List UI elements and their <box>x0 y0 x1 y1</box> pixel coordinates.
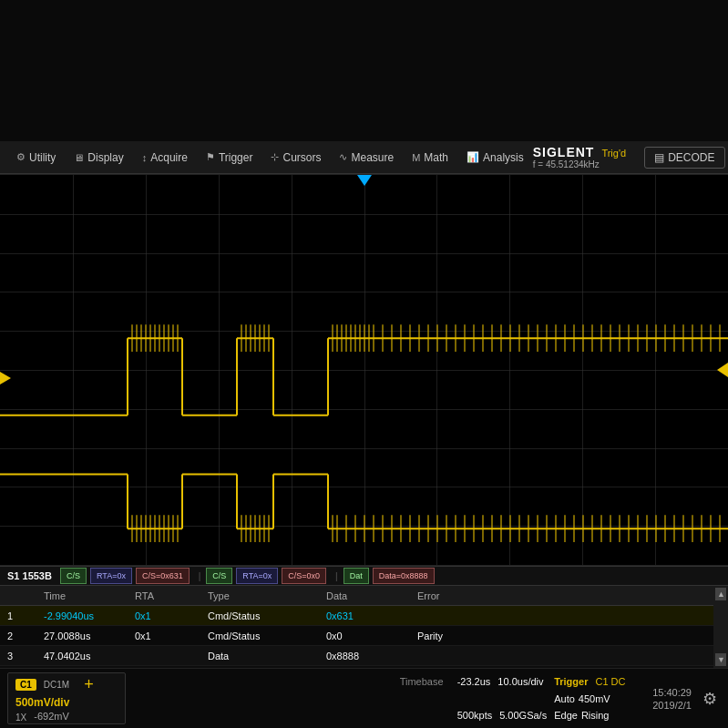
sample-rate: 5.00GSa/s <box>499 710 547 721</box>
acquire-menu[interactable]: ↕ Acquire <box>133 148 197 168</box>
decode-segment-data3[interactable]: Data=0x8888 <box>373 568 435 584</box>
trigger-label: Trigger <box>554 676 588 687</box>
freq-display: f = 45.51234kHz <box>533 159 600 169</box>
settings-icon[interactable]: ⚙ <box>702 689 717 709</box>
utility-menu[interactable]: ⚙ Utility <box>7 148 65 168</box>
col-rta: RTA <box>135 590 208 601</box>
cursors-menu[interactable]: ⊹ Cursors <box>261 148 330 168</box>
row2-data: 0x0 <box>326 631 417 641</box>
row1-data: 0x631 <box>326 610 417 621</box>
datetime-info: 15:40:29 2019/2/1 <box>652 672 692 724</box>
scroll-down-button[interactable]: ▼ <box>715 653 726 666</box>
menu-bar: ⚙ Utility 🖥 Display ↕ Acquire ⚑ Trigger … <box>0 141 728 174</box>
settings-area: ⚙ <box>699 672 721 724</box>
row3-index: 3 <box>7 651 44 661</box>
trigger-arrow-right <box>717 363 728 377</box>
trigger-ch: C1 DC <box>595 676 625 687</box>
table-header: Time RTA Type Data Error <box>0 586 728 606</box>
trigger-arrow-top <box>357 175 372 186</box>
trigger-slope: Rising <box>581 710 610 721</box>
table-scrollbar: ▲ ▼ <box>713 586 728 668</box>
col-time: Time <box>44 590 135 601</box>
scroll-up-button[interactable]: ▲ <box>715 588 726 600</box>
decode-segment-cs2[interactable]: C/S <box>206 568 232 584</box>
row2-time: 27.0088us <box>44 631 135 641</box>
trigger-type: Edge <box>554 710 578 721</box>
table-row[interactable]: 1 -2.99040us 0x1 Cmd/Status 0x631 <box>0 606 728 626</box>
trigger-icon: ⚑ <box>206 151 215 163</box>
analysis-icon: 📊 <box>467 151 479 163</box>
ch1-volt-div: 500mV/div <box>15 696 118 709</box>
utility-icon: ⚙ <box>16 151 26 163</box>
analysis-menu[interactable]: 📊 Analysis <box>457 148 533 168</box>
timebase-label: Timebase <box>400 676 450 687</box>
col-error: Error <box>417 590 721 601</box>
row2-type: Cmd/Status <box>208 631 326 641</box>
row2-rta: 0x1 <box>135 631 208 641</box>
math-icon: M <box>412 152 420 163</box>
ch1-badge: C1 <box>15 679 36 691</box>
col-type: Type <box>208 590 326 601</box>
channel1-info: C1 DC1M + 500mV/div 1X -692mV <box>7 672 126 724</box>
row2-index: 2 <box>7 631 44 641</box>
table-row[interactable]: 3 47.0402us Data 0x8888 <box>0 646 728 666</box>
tb-label-spacer <box>400 710 450 721</box>
data-table-wrapper: Time RTA Type Data Error 1 -2.99040us 0x… <box>0 586 728 668</box>
bottom-bar: C1 DC1M + 500mV/div 1X -692mV Timebase -… <box>0 668 728 728</box>
data-table: Time RTA Type Data Error 1 -2.99040us 0x… <box>0 586 728 668</box>
timebase-info: Timebase -23.2us 10.0us/div 500kpts 5.00… <box>400 672 548 724</box>
table-row[interactable]: 2 27.0088us 0x1 Cmd/Status 0x0 Parity <box>0 626 728 646</box>
decode-protocol-label: S1 1553B <box>7 570 53 581</box>
brand-name: SIGLENT <box>533 145 595 159</box>
decode-segment-data1[interactable]: C/S=0x631 <box>136 568 190 584</box>
decode-segment-dat[interactable]: Dat <box>343 568 369 584</box>
decode-icon: ▤ <box>654 151 664 164</box>
trigger-info: Trigger C1 DC Auto 450mV Edge Rising <box>554 672 645 724</box>
decode-button[interactable]: ▤ DECODE <box>644 147 724 169</box>
trig-status: Trig'd <box>601 148 626 159</box>
row1-index: 1 <box>7 610 44 621</box>
brand-info: SIGLENT Trig'd f = 45.51234kHz <box>533 145 626 169</box>
measure-menu[interactable]: ∿ Measure <box>330 148 403 168</box>
crosshair-icon: + <box>84 675 94 694</box>
scope-display <box>0 174 728 566</box>
row1-rta: 0x1 <box>135 610 208 621</box>
time-display: 15:40:29 <box>652 687 692 698</box>
ch1-coupling: DC1M <box>44 680 69 690</box>
timebase-position: -23.2us <box>457 676 491 687</box>
date-display: 2019/2/1 <box>652 700 692 711</box>
decode-segment-rta1[interactable]: RTA=0x <box>90 568 132 584</box>
ch1-offset: -692mV <box>34 711 69 722</box>
ch1-position-arrow <box>0 372 11 385</box>
trigger-level: 450mV <box>579 693 610 704</box>
ch1-multiplier: 1X <box>15 713 26 723</box>
decode-segment-cs1[interactable]: C/S <box>60 568 87 584</box>
row1-type: Cmd/Status <box>208 610 326 621</box>
cursors-icon: ⊹ <box>271 151 279 163</box>
decode-segment-data2[interactable]: C/S=0x0 <box>282 568 326 584</box>
math-menu[interactable]: M Math <box>403 148 457 168</box>
display-menu[interactable]: 🖥 Display <box>65 148 132 168</box>
row1-time: -2.99040us <box>44 610 135 621</box>
waveform <box>0 175 728 565</box>
sample-points: 500kpts <box>457 710 493 721</box>
row3-time: 47.0402us <box>44 651 135 661</box>
display-icon: 🖥 <box>74 152 84 163</box>
measure-icon: ∿ <box>339 151 347 163</box>
decode-bar: S1 1553B C/S RTA=0x C/S=0x631 | C/S RTA=… <box>0 566 728 586</box>
row3-type: Data <box>208 651 326 661</box>
trigger-mode: Auto <box>554 693 575 704</box>
timebase-div: 10.0us/div <box>497 676 543 687</box>
acquire-icon: ↕ <box>142 152 148 163</box>
row3-data: 0x8888 <box>326 651 417 661</box>
row2-error: Parity <box>417 631 721 641</box>
decode-segment-rta2[interactable]: RTA=0x <box>236 568 278 584</box>
trigger-menu[interactable]: ⚑ Trigger <box>197 148 262 168</box>
col-data: Data <box>326 590 417 601</box>
